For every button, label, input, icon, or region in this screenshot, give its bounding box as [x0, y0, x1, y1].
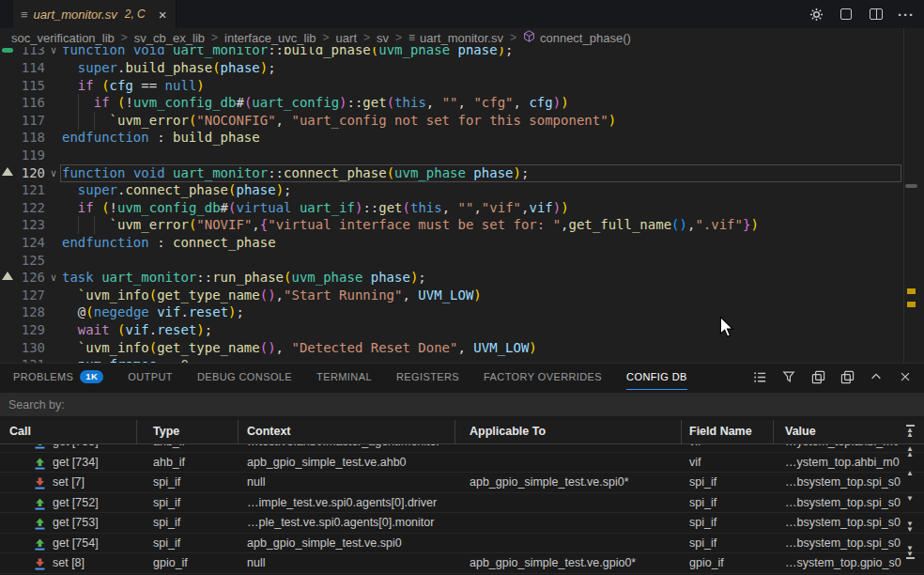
code-line-124[interactable]: 124endfunction : connect_phase [0, 234, 903, 252]
row-down-icon[interactable]: ▼ [901, 496, 918, 502]
line-number: 120 [0, 164, 45, 182]
layout-square-icon[interactable] [838, 6, 855, 23]
page-down-icon[interactable]: ▼▼ [901, 521, 918, 532]
list-view-icon[interactable] [752, 369, 767, 384]
code-line-125[interactable]: 125 [0, 252, 903, 270]
breadcrumb-item[interactable]: sv_cb_ex_lib [134, 31, 205, 45]
cell-type: spi_if [137, 534, 239, 554]
cell-context: null [239, 553, 455, 574]
column-header-field-name[interactable]: Field Name [682, 420, 774, 444]
code-text: `uvm_info(get_type_name(), "Detected Res… [62, 339, 537, 357]
line-number: 122 [0, 199, 45, 217]
panel-tab-factory-overrides[interactable]: FACTORY OVERRIDES [484, 364, 602, 390]
line-number: 127 [0, 287, 45, 304]
table-row-get733[interactable]: get [733]ahb_if…test.ve.ahb0.master_agen… [0, 444, 924, 453]
breadcrumb-item[interactable]: uart [336, 31, 357, 45]
panel-tab-debug-console[interactable]: DEBUG CONSOLE [197, 364, 292, 390]
column-header-applicable-to[interactable]: Applicable To [455, 420, 682, 444]
split-editor-icon[interactable] [868, 6, 885, 23]
code-line-119[interactable]: 119 [0, 147, 903, 164]
code-line-117[interactable]: 117 `uvm_error("NOCONFIG", "uart_config … [0, 112, 903, 130]
code-line-122[interactable]: 122 if (!uvm_config_db#(virtual uart_if)… [0, 199, 903, 217]
code-line-118[interactable]: 118endfunction : build_phase [0, 129, 903, 147]
cell-context: …imple_test.ve.spi0.agents[0].driver [239, 493, 455, 514]
column-header-type[interactable]: Type [137, 420, 239, 444]
code-text: super.build_phase(phase); [62, 59, 276, 77]
get-call-icon [34, 444, 46, 448]
scroll-to-top-icon[interactable]: ▲▲ [901, 424, 918, 438]
filter-funnel-icon[interactable] [781, 369, 796, 384]
line-number: 117 [0, 112, 45, 130]
cell-applicable-to [455, 513, 682, 534]
search-input[interactable] [0, 393, 924, 416]
row-up-icon[interactable]: ▲ [901, 471, 918, 476]
line-number: 121 [0, 181, 45, 199]
code-editor[interactable]: 113∨function void uart_monitor::build_ph… [0, 28, 903, 363]
code-text: if (!uvm_config_db#(uart_config)::get(th… [62, 94, 569, 112]
code-line-116[interactable]: 116 if (!uvm_config_db#(uart_config)::ge… [0, 94, 903, 112]
code-line-127[interactable]: 127 `uvm_info(get_type_name(),"Start Run… [0, 287, 903, 304]
breadcrumb: soc_verification_lib>sv_cb_ex_lib>interf… [0, 28, 903, 47]
file-icon: ≡ [21, 8, 28, 22]
panel-tab-registers[interactable]: REGISTERS [396, 364, 459, 390]
close-tab-icon[interactable]: × [159, 8, 167, 22]
table-row-set7[interactable]: set [7]spi_ifnullapb_gpio_simple_test.ve… [0, 473, 924, 493]
line-number: 118 [0, 129, 45, 147]
code-line-121[interactable]: 121 super.connect_phase(phase); [0, 181, 903, 199]
panel-tab-terminal[interactable]: TERMINAL [316, 364, 372, 390]
settings-gear-icon[interactable] [808, 6, 824, 23]
breadcrumb-item[interactable]: uart_monitor.sv [420, 31, 503, 45]
call-label: get [753] [53, 513, 99, 533]
editor-tab-uart-monitor[interactable]: ≡ uart_monitor.sv 2, C × [13, 0, 177, 28]
fold-chevron-icon[interactable]: ∨ [47, 164, 60, 182]
breadcrumb-item[interactable]: soc_verification_lib [11, 31, 115, 45]
chevron-up-icon[interactable] [869, 369, 884, 384]
cell-type: spi_if [137, 513, 239, 534]
code-line-126[interactable]: 126∨task uart_monitor::run_phase(uvm_pha… [0, 269, 903, 287]
cell-field-name: spi_if [682, 513, 774, 534]
cell-type: ahb_if [137, 444, 239, 453]
code-line-128[interactable]: 128 @(negedge vif.reset); [0, 303, 903, 321]
column-header-context[interactable]: Context [239, 420, 455, 444]
duplicate-window-icon[interactable] [810, 369, 825, 384]
page-up-icon[interactable]: ▲▲ [901, 446, 918, 457]
close-panel-icon[interactable] [898, 369, 913, 384]
code-line-120[interactable]: 120∨function void uart_monitor::connect_… [0, 164, 903, 182]
table-row-get754[interactable]: get [754]spi_ifapb_gpio_simple_test.ve.s… [0, 534, 924, 554]
table-row-get752[interactable]: get [752]spi_if…imple_test.ve.spi0.agent… [0, 493, 924, 514]
panel-tab-problems[interactable]: PROBLEMS1K [13, 364, 103, 390]
table-row-get734[interactable]: get [734]ahb_ifapb_gpio_simple_test.ve.a… [0, 453, 924, 474]
code-line-115[interactable]: 115 if (cfg == null) [0, 77, 903, 95]
table-row-set8[interactable]: set [8]gpio_ifnullapb_gpio_simple_test.v… [0, 553, 924, 574]
breadcrumb-item[interactable]: connect_phase() [540, 31, 631, 45]
code-line-123[interactable]: 123 `uvm_error("NOVIF",{"virtual interfa… [0, 216, 903, 234]
code-text: endfunction : build_phase [62, 129, 260, 147]
scroll-to-bottom-icon[interactable]: ▼▼ [901, 546, 918, 560]
code-line-129[interactable]: 129 wait (vif.reset); [0, 321, 903, 339]
code-text: `uvm_info(get_type_name(),"Start Running… [62, 287, 482, 304]
cell-context: apb_gpio_simple_test.ve.spi0 [239, 534, 455, 554]
line-number: 126 [0, 269, 45, 287]
code-line-114[interactable]: 114 super.build_phase(phase); [0, 59, 903, 77]
cell-field-name: spi_if [682, 473, 774, 493]
code-line-131[interactable]: 131 num_frames = 0; [0, 356, 903, 363]
more-actions-icon[interactable]: ··· [898, 6, 915, 23]
panel-tab-config-db[interactable]: CONFIG DB [626, 364, 687, 390]
set-call-icon [34, 557, 46, 569]
column-header-call[interactable]: Call [0, 420, 137, 444]
line-number: 124 [0, 234, 45, 252]
panel-tab-output[interactable]: OUTPUT [128, 364, 173, 390]
editor-scrollbar-slider[interactable] [905, 184, 917, 188]
cell-type: spi_if [137, 473, 239, 493]
breadcrumb-item[interactable]: sv [377, 31, 389, 45]
copy-panel-icon[interactable] [839, 369, 855, 384]
table-row-get753[interactable]: get [753]spi_if…ple_test.ve.spi0.agents[… [0, 513, 924, 534]
breadcrumb-item[interactable]: interface_uvc_lib [224, 31, 316, 45]
get-call-icon [34, 497, 46, 509]
call-label: get [734] [53, 453, 99, 473]
code-line-130[interactable]: 130 `uvm_info(get_type_name(), "Detected… [0, 339, 903, 357]
line-number: 119 [0, 147, 45, 164]
symbol-cube-icon [523, 30, 533, 45]
fold-chevron-icon[interactable]: ∨ [47, 269, 60, 287]
cell-applicable-to: apb_gpio_simple_test.ve.gpio0* [455, 553, 682, 574]
